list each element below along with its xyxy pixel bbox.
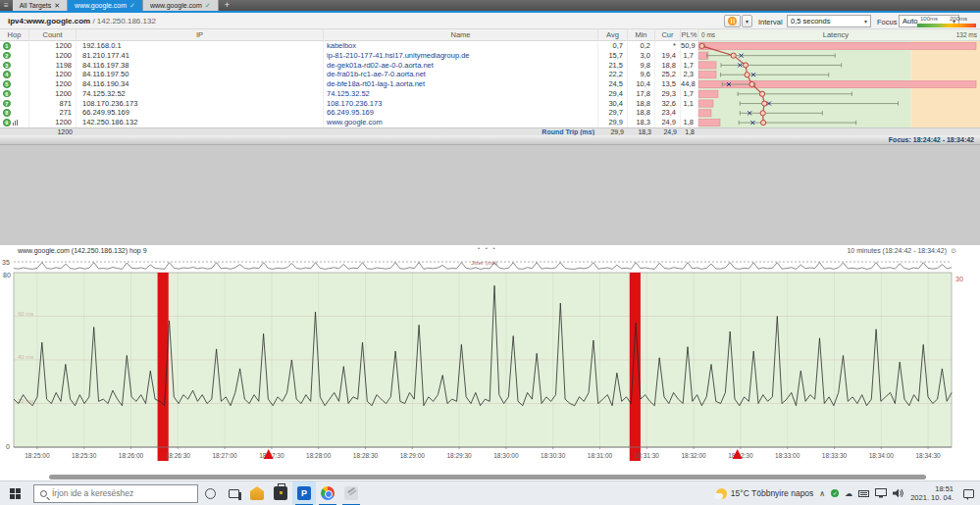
cell-count: 1200	[29, 79, 77, 89]
time-tick-label: 18:31:00	[588, 452, 613, 459]
hop-latency-graph	[698, 41, 980, 127]
task-view-icon	[229, 489, 239, 498]
splitter-handle[interactable]: • • •	[478, 245, 497, 251]
time-tick-label: 18:25:30	[72, 452, 97, 459]
cell-count: 1200	[29, 89, 77, 99]
close-icon[interactable]: ✕	[54, 2, 60, 10]
time-tick-label: 18:34:00	[869, 452, 895, 459]
table-row[interactable]: 2120081.210.177.41ip-81-210-177-41.hsi17…	[0, 51, 698, 61]
tray-chevron-icon[interactable]: ∧	[819, 481, 825, 505]
timeline-header: www.google.com (142.250.186.132) hop 9 •…	[0, 245, 980, 257]
tab-label: www.google.com	[150, 2, 202, 9]
latency-timeline-plot[interactable]: 20 ms40 ms60 ms35Jitter (ms)18:25:0018:2…	[0, 257, 980, 471]
cell-name: de-fra01b-rc1-ae-7-0.aorta.net	[324, 70, 598, 79]
timeline-range-label[interactable]: 10 minutes (18:24:42 - 18:34:42)	[847, 247, 947, 254]
cell-pl: 1,7	[681, 89, 698, 99]
cell-pl: 1,7	[681, 61, 698, 71]
pause-button[interactable]	[724, 15, 741, 27]
col-hop[interactable]: Hop	[0, 29, 29, 41]
taskbar-search[interactable]	[33, 484, 198, 503]
time-tick-label: 18:29:30	[446, 452, 472, 459]
cell-avg: 30,4	[598, 99, 628, 109]
cell-avg: 15,7	[598, 51, 628, 61]
tab-bar: ≡ All Targets ✕ www.google.com ✓ www.goo…	[0, 0, 980, 11]
table-row[interactable]: 3119884.116.197.38de-gek01a-rd02-ae-0-0.…	[0, 61, 698, 71]
weather-sun-icon	[716, 488, 727, 499]
table-row[interactable]: 7871108.170.236.173108.170.236.17330,418…	[0, 99, 698, 109]
app-briefcase-button[interactable]	[269, 481, 292, 505]
cell-pl: 1,1	[681, 99, 698, 109]
pause-dropdown-button[interactable]: ▾	[742, 15, 752, 27]
tray-keyboard-icon[interactable]	[858, 489, 869, 498]
tab-all-targets[interactable]: All Targets ✕	[13, 0, 68, 11]
cell-name: 66.249.95.169	[324, 108, 598, 118]
cell-avg: 22,2	[598, 70, 628, 79]
tray-volume-icon[interactable]	[893, 488, 904, 498]
col-count[interactable]: Count	[29, 29, 77, 41]
weather-widget[interactable]: 15°C Többnyire napos	[716, 488, 814, 499]
col-ip[interactable]: IP	[77, 29, 324, 41]
table-row[interactable]: 4120084.116.197.50de-fra01b-rc1-ae-7-0.a…	[0, 70, 698, 79]
timeline-range-icon[interactable]: ⊙	[951, 247, 956, 255]
cell-cur: 23,4	[655, 108, 681, 118]
task-view-button[interactable]	[222, 481, 245, 505]
avg-latency-marker	[731, 53, 736, 58]
cell-cur: 18,8	[655, 61, 681, 71]
interval-select[interactable]: 0,5 seconds▾	[787, 15, 871, 27]
windows-logo-icon	[10, 488, 21, 499]
app-tools-button[interactable]	[245, 481, 269, 505]
hop-badge: 4	[3, 71, 11, 78]
cell-min: 18,3	[628, 118, 655, 127]
cell-ip: 74.125.32.52	[77, 89, 324, 99]
hop-badge: 1	[3, 42, 11, 50]
table-row[interactable]: 5120084.116.190.34de-bfe18a-rt01-lag-1.a…	[0, 79, 698, 89]
taskbar-clock[interactable]: 18:51 2021. 10. 04.	[910, 484, 954, 503]
latency-color-scale	[917, 24, 976, 27]
cell-ip: 81.210.177.41	[77, 51, 324, 61]
cell-avg: 0,7	[598, 41, 628, 51]
timeline-title: www.google.com (142.250.186.132) hop 9	[18, 247, 147, 254]
jitter-label: Jitter (ms)	[471, 260, 497, 266]
cell-count: 1200	[29, 70, 77, 79]
app-gray-button[interactable]	[339, 481, 363, 505]
menu-icon[interactable]: ≡	[0, 0, 13, 11]
new-tab-button[interactable]: +	[219, 0, 235, 11]
cell-min: 18,8	[628, 108, 655, 118]
col-pl[interactable]: PL%	[681, 29, 698, 41]
avg-latency-marker	[762, 101, 767, 106]
cortana-button[interactable]	[198, 481, 222, 505]
action-center-icon[interactable]	[963, 489, 974, 498]
col-min[interactable]: Min	[628, 29, 655, 41]
table-row[interactable]: 6120074.125.32.5274.125.32.5229,417,829,…	[0, 89, 698, 99]
cell-pl: 1,7	[681, 51, 698, 61]
cell-name: 74.125.32.52	[324, 89, 598, 99]
focus-label: Focus	[877, 18, 897, 26]
horizontal-scrollbar-thumb[interactable]	[49, 475, 926, 480]
start-button[interactable]	[0, 481, 29, 505]
tab-google-2[interactable]: www.google.com ✓	[143, 0, 219, 11]
table-row[interactable]: 11200192.168.0.1kabelbox0,70,2*50,9	[0, 41, 698, 51]
app-pingplotter-button[interactable]: P	[292, 481, 316, 505]
col-name[interactable]: Name	[324, 29, 598, 41]
table-row[interactable]: 827166.249.95.16966.249.95.16929,718,823…	[0, 108, 698, 118]
tray-display-icon[interactable]	[875, 488, 887, 498]
app-chrome-button[interactable]	[316, 481, 339, 505]
tab-label: All Targets	[20, 2, 52, 9]
col-avg[interactable]: Avg	[598, 29, 628, 41]
chevron-down-icon: ▾	[864, 18, 867, 25]
latency-scale-header: 0 ms Latency 132 ms	[698, 29, 980, 41]
tray-onedrive-icon[interactable]: ☁	[845, 481, 852, 505]
cell-cur: 32,6	[655, 99, 681, 109]
hop-rows: 11200192.168.0.1kabelbox0,70,2*50,921200…	[0, 41, 698, 127]
tab-google-active[interactable]: www.google.com ✓	[68, 0, 143, 11]
cell-pl: 44,8	[681, 79, 698, 89]
tray-antivirus-icon[interactable]: ✓	[831, 489, 839, 497]
time-tick-label: 18:34:30	[915, 452, 941, 459]
cortana-icon	[205, 488, 216, 499]
search-input[interactable]	[52, 488, 180, 498]
table-row[interactable]: 91200142.250.186.132www.google.com29,918…	[0, 118, 698, 127]
col-cur[interactable]: Cur	[655, 29, 681, 41]
loss-bar	[698, 90, 718, 97]
focus-strip: Focus: 18:24:42 - 18:34:42	[0, 135, 980, 145]
loss-bar	[698, 72, 716, 78]
